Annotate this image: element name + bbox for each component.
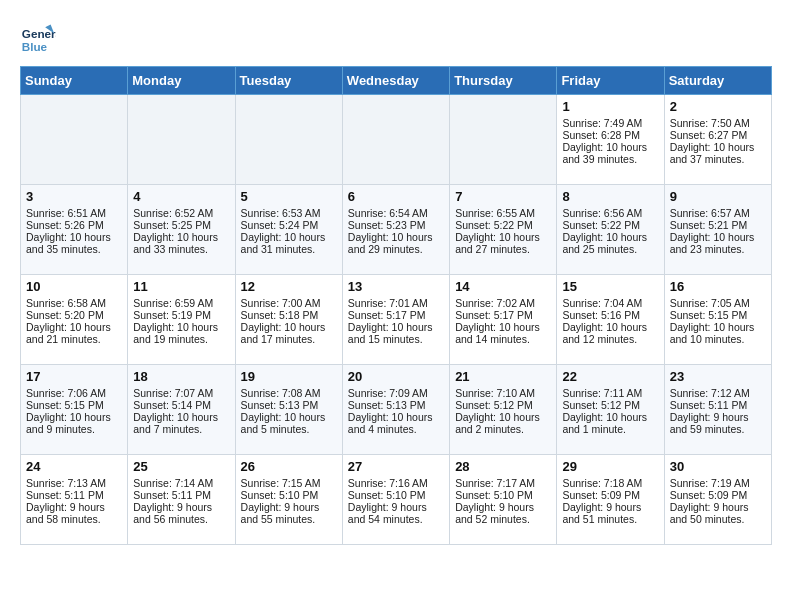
calendar-header: SundayMondayTuesdayWednesdayThursdayFrid… bbox=[21, 67, 772, 95]
sunset-text: Sunset: 5:12 PM bbox=[455, 399, 551, 411]
calendar-cell: 2Sunrise: 7:50 AMSunset: 6:27 PMDaylight… bbox=[664, 95, 771, 185]
daylight-text: Daylight: 10 hours and 25 minutes. bbox=[562, 231, 658, 255]
daylight-text: Daylight: 9 hours and 56 minutes. bbox=[133, 501, 229, 525]
day-number: 5 bbox=[241, 189, 337, 204]
calendar-body: 1Sunrise: 7:49 AMSunset: 6:28 PMDaylight… bbox=[21, 95, 772, 545]
sunset-text: Sunset: 5:09 PM bbox=[562, 489, 658, 501]
calendar-cell: 14Sunrise: 7:02 AMSunset: 5:17 PMDayligh… bbox=[450, 275, 557, 365]
sunrise-text: Sunrise: 7:06 AM bbox=[26, 387, 122, 399]
sunset-text: Sunset: 5:17 PM bbox=[348, 309, 444, 321]
sunset-text: Sunset: 5:13 PM bbox=[348, 399, 444, 411]
calendar-cell: 8Sunrise: 6:56 AMSunset: 5:22 PMDaylight… bbox=[557, 185, 664, 275]
sunrise-text: Sunrise: 6:55 AM bbox=[455, 207, 551, 219]
calendar-cell: 28Sunrise: 7:17 AMSunset: 5:10 PMDayligh… bbox=[450, 455, 557, 545]
sunrise-text: Sunrise: 7:07 AM bbox=[133, 387, 229, 399]
daylight-text: Daylight: 10 hours and 39 minutes. bbox=[562, 141, 658, 165]
sunset-text: Sunset: 5:13 PM bbox=[241, 399, 337, 411]
sunset-text: Sunset: 5:20 PM bbox=[26, 309, 122, 321]
calendar-cell: 26Sunrise: 7:15 AMSunset: 5:10 PMDayligh… bbox=[235, 455, 342, 545]
daylight-text: Daylight: 10 hours and 2 minutes. bbox=[455, 411, 551, 435]
calendar-cell: 3Sunrise: 6:51 AMSunset: 5:26 PMDaylight… bbox=[21, 185, 128, 275]
sunset-text: Sunset: 5:18 PM bbox=[241, 309, 337, 321]
day-number: 12 bbox=[241, 279, 337, 294]
calendar-cell bbox=[235, 95, 342, 185]
day-number: 22 bbox=[562, 369, 658, 384]
sunset-text: Sunset: 5:23 PM bbox=[348, 219, 444, 231]
day-number: 29 bbox=[562, 459, 658, 474]
sunset-text: Sunset: 5:12 PM bbox=[562, 399, 658, 411]
calendar-cell bbox=[450, 95, 557, 185]
sunset-text: Sunset: 5:10 PM bbox=[241, 489, 337, 501]
sunset-text: Sunset: 5:26 PM bbox=[26, 219, 122, 231]
sunset-text: Sunset: 5:22 PM bbox=[562, 219, 658, 231]
calendar-cell: 10Sunrise: 6:58 AMSunset: 5:20 PMDayligh… bbox=[21, 275, 128, 365]
daylight-text: Daylight: 9 hours and 59 minutes. bbox=[670, 411, 766, 435]
header-cell-thursday: Thursday bbox=[450, 67, 557, 95]
sunset-text: Sunset: 5:11 PM bbox=[670, 399, 766, 411]
day-number: 9 bbox=[670, 189, 766, 204]
sunrise-text: Sunrise: 7:14 AM bbox=[133, 477, 229, 489]
daylight-text: Daylight: 10 hours and 31 minutes. bbox=[241, 231, 337, 255]
week-row-5: 24Sunrise: 7:13 AMSunset: 5:11 PMDayligh… bbox=[21, 455, 772, 545]
header-cell-friday: Friday bbox=[557, 67, 664, 95]
daylight-text: Daylight: 9 hours and 55 minutes. bbox=[241, 501, 337, 525]
daylight-text: Daylight: 10 hours and 15 minutes. bbox=[348, 321, 444, 345]
daylight-text: Daylight: 9 hours and 50 minutes. bbox=[670, 501, 766, 525]
calendar-cell: 1Sunrise: 7:49 AMSunset: 6:28 PMDaylight… bbox=[557, 95, 664, 185]
week-row-4: 17Sunrise: 7:06 AMSunset: 5:15 PMDayligh… bbox=[21, 365, 772, 455]
sunrise-text: Sunrise: 7:05 AM bbox=[670, 297, 766, 309]
day-number: 6 bbox=[348, 189, 444, 204]
calendar-cell: 17Sunrise: 7:06 AMSunset: 5:15 PMDayligh… bbox=[21, 365, 128, 455]
sunset-text: Sunset: 5:22 PM bbox=[455, 219, 551, 231]
day-number: 17 bbox=[26, 369, 122, 384]
page-header: General Blue bbox=[20, 20, 772, 56]
calendar-table: SundayMondayTuesdayWednesdayThursdayFrid… bbox=[20, 66, 772, 545]
sunset-text: Sunset: 5:15 PM bbox=[670, 309, 766, 321]
calendar-cell: 4Sunrise: 6:52 AMSunset: 5:25 PMDaylight… bbox=[128, 185, 235, 275]
sunrise-text: Sunrise: 7:50 AM bbox=[670, 117, 766, 129]
svg-text:Blue: Blue bbox=[22, 40, 48, 53]
sunset-text: Sunset: 5:24 PM bbox=[241, 219, 337, 231]
daylight-text: Daylight: 9 hours and 51 minutes. bbox=[562, 501, 658, 525]
calendar-cell bbox=[342, 95, 449, 185]
sunrise-text: Sunrise: 7:18 AM bbox=[562, 477, 658, 489]
sunset-text: Sunset: 6:28 PM bbox=[562, 129, 658, 141]
sunrise-text: Sunrise: 7:11 AM bbox=[562, 387, 658, 399]
sunset-text: Sunset: 5:11 PM bbox=[133, 489, 229, 501]
sunrise-text: Sunrise: 6:59 AM bbox=[133, 297, 229, 309]
sunset-text: Sunset: 6:27 PM bbox=[670, 129, 766, 141]
week-row-2: 3Sunrise: 6:51 AMSunset: 5:26 PMDaylight… bbox=[21, 185, 772, 275]
daylight-text: Daylight: 10 hours and 12 minutes. bbox=[562, 321, 658, 345]
sunset-text: Sunset: 5:15 PM bbox=[26, 399, 122, 411]
sunset-text: Sunset: 5:10 PM bbox=[348, 489, 444, 501]
calendar-cell: 29Sunrise: 7:18 AMSunset: 5:09 PMDayligh… bbox=[557, 455, 664, 545]
logo-icon: General Blue bbox=[20, 20, 56, 56]
daylight-text: Daylight: 10 hours and 23 minutes. bbox=[670, 231, 766, 255]
day-number: 1 bbox=[562, 99, 658, 114]
day-number: 24 bbox=[26, 459, 122, 474]
sunrise-text: Sunrise: 7:09 AM bbox=[348, 387, 444, 399]
calendar-cell: 16Sunrise: 7:05 AMSunset: 5:15 PMDayligh… bbox=[664, 275, 771, 365]
calendar-cell: 25Sunrise: 7:14 AMSunset: 5:11 PMDayligh… bbox=[128, 455, 235, 545]
sunrise-text: Sunrise: 6:56 AM bbox=[562, 207, 658, 219]
day-number: 8 bbox=[562, 189, 658, 204]
sunrise-text: Sunrise: 7:16 AM bbox=[348, 477, 444, 489]
header-cell-saturday: Saturday bbox=[664, 67, 771, 95]
logo: General Blue bbox=[20, 20, 56, 56]
day-number: 25 bbox=[133, 459, 229, 474]
calendar-cell: 23Sunrise: 7:12 AMSunset: 5:11 PMDayligh… bbox=[664, 365, 771, 455]
day-number: 10 bbox=[26, 279, 122, 294]
daylight-text: Daylight: 10 hours and 4 minutes. bbox=[348, 411, 444, 435]
sunrise-text: Sunrise: 6:53 AM bbox=[241, 207, 337, 219]
calendar-cell: 6Sunrise: 6:54 AMSunset: 5:23 PMDaylight… bbox=[342, 185, 449, 275]
day-number: 19 bbox=[241, 369, 337, 384]
calendar-cell: 15Sunrise: 7:04 AMSunset: 5:16 PMDayligh… bbox=[557, 275, 664, 365]
daylight-text: Daylight: 9 hours and 54 minutes. bbox=[348, 501, 444, 525]
sunrise-text: Sunrise: 7:04 AM bbox=[562, 297, 658, 309]
day-number: 20 bbox=[348, 369, 444, 384]
daylight-text: Daylight: 10 hours and 1 minute. bbox=[562, 411, 658, 435]
calendar-cell: 30Sunrise: 7:19 AMSunset: 5:09 PMDayligh… bbox=[664, 455, 771, 545]
sunset-text: Sunset: 5:10 PM bbox=[455, 489, 551, 501]
header-cell-monday: Monday bbox=[128, 67, 235, 95]
daylight-text: Daylight: 9 hours and 58 minutes. bbox=[26, 501, 122, 525]
